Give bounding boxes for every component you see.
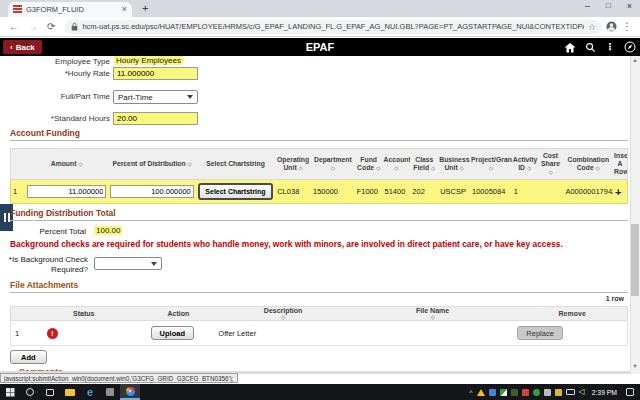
tray-icon[interactable] xyxy=(489,389,496,396)
standard-hours-input[interactable] xyxy=(113,112,198,125)
volume-icon[interactable]: ◁ xyxy=(579,388,585,396)
full-part-time-label: Full/Part Time xyxy=(0,92,110,101)
percent-total-label: Percent Total xyxy=(0,227,86,236)
network-icon[interactable] xyxy=(566,389,575,395)
col-department[interactable]: Department ◇ xyxy=(311,156,355,172)
cortana-button[interactable] xyxy=(20,384,40,400)
col-operating-unit[interactable]: Operating Unit ◇ xyxy=(275,156,311,172)
col-combination-code[interactable]: Combination Code ◇ xyxy=(563,156,613,172)
background-check-warning: Background checks are required for stude… xyxy=(10,239,563,249)
tray-icon[interactable] xyxy=(522,389,529,396)
insert-row-button[interactable]: + xyxy=(615,186,621,198)
browser-toolbar: ← → ⟳ hcm-uat.ps.sc.edu/psc/HUAT/EMPLOYE… xyxy=(0,17,640,37)
app-header: ‹ Back EPAF ⋮ xyxy=(0,38,640,56)
address-bar[interactable]: hcm-uat.ps.sc.edu/psc/HUAT/EMPLOYEE/HRMS… xyxy=(65,20,602,34)
sort-icon: ◇ xyxy=(376,165,380,171)
tray-icon[interactable] xyxy=(555,389,562,396)
window-minimize-button[interactable]: – xyxy=(585,1,590,11)
window-controls: – □ × xyxy=(585,1,632,11)
home-icon[interactable] xyxy=(564,42,576,53)
start-button[interactable] xyxy=(0,384,20,400)
action-center-icon[interactable] xyxy=(626,388,634,396)
fund-code-value: F1000 xyxy=(355,187,383,196)
windows-taskbar: e ^ ◁ 2:39 PM xyxy=(0,384,640,400)
new-tab-button[interactable]: + xyxy=(142,2,148,14)
background-check-select[interactable] xyxy=(94,257,162,270)
col-description[interactable]: Description ◇ xyxy=(218,307,348,320)
amount-input[interactable] xyxy=(27,185,106,198)
chrome-button[interactable] xyxy=(120,384,140,400)
col-amount[interactable]: Amount ◇ xyxy=(25,160,108,168)
profile-avatar-icon[interactable] xyxy=(606,21,617,32)
browser-reload-icon[interactable]: ⟳ xyxy=(47,22,55,32)
chrome-icon xyxy=(126,387,135,396)
edge-button[interactable]: e xyxy=(80,384,100,400)
col-fund-code[interactable]: Fund Code ◇ xyxy=(355,156,383,172)
task-view-button[interactable] xyxy=(40,384,60,400)
upload-button[interactable]: Upload xyxy=(151,326,194,340)
sort-icon: ◇ xyxy=(394,165,398,171)
clock[interactable]: 2:39 PM xyxy=(592,389,617,396)
col-account[interactable]: Account ◇ xyxy=(383,156,411,172)
chevron-down-icon xyxy=(187,95,193,99)
navbar-icon[interactable] xyxy=(624,41,636,53)
browser-menu-icon[interactable]: ⋮ xyxy=(622,21,632,32)
project-grant-value: 10005084 xyxy=(470,187,512,196)
browser-tab-strip: G3FORM_FLUID × + – □ × xyxy=(0,0,640,17)
select-chartstring-button[interactable]: Select Chartstring xyxy=(198,183,273,200)
task-view-icon xyxy=(46,389,54,396)
divider xyxy=(10,220,628,221)
actions-menu-icon[interactable]: ⋮ xyxy=(605,42,615,52)
peoplesoft-favicon-icon xyxy=(13,5,22,14)
col-class-field[interactable]: Class Field ◇ xyxy=(410,156,438,172)
col-cost-share[interactable]: Cost Share ◇ xyxy=(538,152,564,175)
tab-close-icon[interactable]: × xyxy=(122,5,127,14)
add-button[interactable]: Add xyxy=(10,350,47,364)
scrollbar-thumb[interactable] xyxy=(631,224,639,296)
url-text: hcm-uat.ps.sc.edu/psc/HUAT/EMPLOYEE/HRMS… xyxy=(82,22,584,31)
folder-icon xyxy=(65,389,75,396)
tray-icon[interactable] xyxy=(511,389,518,396)
col-file-name[interactable]: File Name ◇ xyxy=(348,307,517,320)
account-funding-title: Account Funding xyxy=(10,128,80,138)
tray-icon[interactable] xyxy=(500,389,507,396)
windows-logo-icon xyxy=(6,388,10,392)
attachments-table: Status Action Description ◇ File Name ◇ … xyxy=(10,306,628,346)
scroll-up-icon[interactable]: ▲ xyxy=(631,57,639,63)
col-activity-id[interactable]: Activity ID ◇ xyxy=(512,156,538,172)
col-business-unit[interactable]: Business Unit ◇ xyxy=(438,156,470,172)
sort-icon: ◇ xyxy=(348,314,517,320)
employee-type-value: Hourly Employees xyxy=(114,56,183,65)
attachment-row: 1 ! Upload Offer Letter Replace xyxy=(10,321,628,346)
page-title: EPAF xyxy=(0,41,640,53)
search-icon[interactable] xyxy=(585,42,596,53)
hourly-rate-input[interactable] xyxy=(113,67,198,80)
status-error-icon: ! xyxy=(47,328,58,339)
sort-icon: ◇ xyxy=(460,165,464,171)
store-button[interactable] xyxy=(100,384,120,400)
tray-icon[interactable] xyxy=(544,389,551,396)
col-project-grant[interactable]: Project/Grant ◇ xyxy=(470,156,512,172)
scroll-down-icon[interactable]: ▼ xyxy=(631,363,639,369)
col-percent[interactable]: Percent of Distribution ◇ xyxy=(108,160,195,168)
tray-warning-icon[interactable] xyxy=(477,389,485,396)
replace-button[interactable]: Replace xyxy=(517,326,563,340)
percent-distribution-input[interactable] xyxy=(110,185,193,198)
hidden-icons-chevron[interactable]: ^ xyxy=(469,389,472,396)
tray-icon[interactable] xyxy=(533,389,540,396)
divider xyxy=(10,292,628,293)
screen: G3FORM_FLUID × + – □ × ← → ⟳ hcm-uat.ps.… xyxy=(0,0,640,400)
col-status: Status xyxy=(29,310,139,317)
bookmark-star-icon[interactable]: ☆ xyxy=(588,22,596,32)
browser-tab[interactable]: G3FORM_FLUID × xyxy=(8,2,132,17)
file-explorer-button[interactable] xyxy=(60,384,80,400)
full-part-time-select[interactable]: Part-Time xyxy=(113,90,198,104)
vertical-scrollbar[interactable]: ▲ ▼ xyxy=(630,56,640,374)
account-value: 51400 xyxy=(383,187,411,196)
divider xyxy=(10,140,628,141)
window-maximize-button[interactable]: □ xyxy=(606,1,611,11)
browser-back-icon[interactable]: ← xyxy=(9,22,19,32)
row-number: 1 xyxy=(11,329,29,338)
window-close-button[interactable]: × xyxy=(627,1,632,11)
standard-hours-label: *Standard Hours xyxy=(0,114,110,123)
